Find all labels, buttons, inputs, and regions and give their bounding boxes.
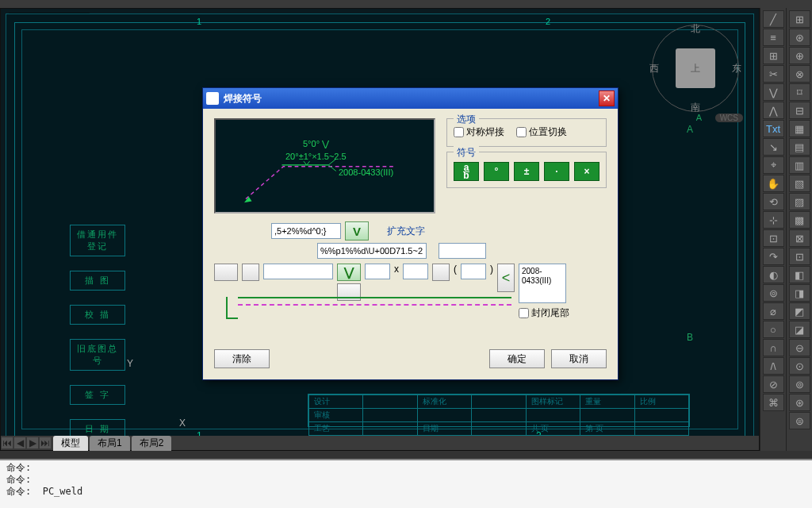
tool-icon[interactable]: ✋ bbox=[763, 175, 784, 192]
field-n2[interactable] bbox=[403, 264, 428, 279]
tool-icon[interactable]: ⌘ bbox=[763, 394, 784, 411]
tool-icon[interactable]: ⊗ bbox=[789, 65, 810, 83]
tool-icon[interactable]: ⌖ bbox=[763, 156, 784, 174]
dialog-icon bbox=[206, 92, 219, 105]
tool-icon[interactable]: ◨ bbox=[789, 284, 810, 302]
tool-icon[interactable]: Txt bbox=[763, 120, 784, 137]
tool-icon[interactable]: ↘ bbox=[763, 138, 784, 156]
tab-next-icon[interactable]: ▶ bbox=[27, 437, 38, 448]
tool-icon[interactable]: ≡ bbox=[763, 29, 784, 46]
dialog-titlebar[interactable]: 焊接符号 ✕ bbox=[203, 88, 618, 109]
tool-icon[interactable]: ⌑ bbox=[789, 83, 810, 101]
options-group: 选项 对称焊接 位置切换 bbox=[446, 118, 607, 147]
chk-symmetric[interactable]: 对称焊接 bbox=[454, 125, 504, 139]
command-line[interactable]: 命令: 命令: 命令: PC_weld bbox=[0, 459, 812, 508]
tool-icon[interactable]: ▨ bbox=[789, 193, 810, 210]
toolbar-col-2[interactable]: ⊞ ⊛ ⊕ ⊗ ⌑ ⊟ ▦ ▤ ▥ ▧ ▨ ▩ ⊠ ⊡ ◧ ◨ ◩ ◪ ⊖ ⊙ … bbox=[786, 8, 812, 451]
weld-shape-below[interactable] bbox=[337, 283, 361, 301]
tool-icon[interactable]: ⊡ bbox=[789, 248, 810, 265]
tool-icon[interactable]: ↷ bbox=[763, 248, 784, 265]
left-small-box[interactable] bbox=[242, 264, 259, 281]
tab-layout1[interactable]: 布局1 bbox=[90, 436, 130, 451]
tool-icon[interactable]: ⊛ bbox=[789, 29, 810, 46]
marker-y: Y bbox=[127, 358, 133, 369]
tool-icon[interactable]: ▧ bbox=[789, 175, 810, 192]
tool-icon[interactable]: ▤ bbox=[789, 138, 810, 156]
sym-fraction[interactable]: ab bbox=[454, 162, 479, 181]
tool-icon[interactable]: ⊞ bbox=[789, 10, 810, 28]
tool-icon[interactable]: ⟲ bbox=[763, 193, 784, 210]
tool-icon[interactable]: ⊖ bbox=[789, 339, 810, 356]
tool-icon[interactable]: ⊛ bbox=[789, 394, 810, 411]
cancel-button[interactable]: 取消 bbox=[551, 349, 607, 368]
chk-close-tail-input[interactable] bbox=[519, 308, 529, 318]
tab-prev-icon[interactable]: ◀ bbox=[14, 437, 25, 448]
tool-icon[interactable]: ▥ bbox=[789, 156, 810, 174]
chk-swap[interactable]: 位置切换 bbox=[516, 125, 567, 139]
tail-arrow-button[interactable]: < bbox=[497, 264, 515, 292]
tool-icon[interactable]: ∩ bbox=[763, 339, 784, 356]
sym-plusminus[interactable]: ± bbox=[514, 162, 539, 181]
chk-swap-input[interactable] bbox=[516, 127, 527, 137]
tool-icon[interactable]: ✂ bbox=[763, 65, 784, 83]
tool-icon[interactable]: ⊘ bbox=[763, 375, 784, 393]
viewcube-w[interactable]: 西 bbox=[649, 62, 659, 75]
menu-bar[interactable] bbox=[0, 0, 812, 8]
field-n3[interactable] bbox=[461, 264, 486, 279]
tab-last-icon[interactable]: ⏭ bbox=[40, 437, 51, 448]
field-n1[interactable] bbox=[365, 264, 390, 279]
ok-button[interactable]: 确定 bbox=[489, 349, 545, 368]
mid-box[interactable] bbox=[432, 264, 450, 281]
field-top1[interactable] bbox=[271, 223, 341, 239]
tool-icon[interactable]: ⊡ bbox=[763, 229, 784, 247]
sym-degree[interactable]: ° bbox=[484, 162, 509, 181]
chk-close-tail[interactable]: 封闭尾部 bbox=[519, 306, 569, 320]
tool-icon[interactable]: ◩ bbox=[789, 302, 810, 320]
field-top2[interactable] bbox=[317, 243, 427, 259]
tail-text[interactable]: 2008-0433(III) bbox=[519, 264, 566, 303]
layout-tabs[interactable]: ⏮ ◀ ▶ ⏭ 模型 布局1 布局2 bbox=[1, 436, 759, 450]
tool-icon[interactable]: ⋀ bbox=[763, 102, 784, 119]
tool-icon[interactable]: ◪ bbox=[789, 321, 810, 338]
viewcube-n[interactable]: 北 bbox=[648, 22, 743, 36]
toolbar-col-1[interactable]: ╱ ≡ ⊞ ✂ ⋁ ⋀ Txt ↘ ⌖ ✋ ⟲ ⊹ ⊡ ↷ ◐ ⊚ ⌀ ○ ∩ … bbox=[760, 8, 786, 451]
tool-icon[interactable]: ⊚ bbox=[789, 375, 810, 393]
title-block: 设计 标准化 图样标记 重量 比例 审核 工艺 日期 共 页 第 页 bbox=[308, 394, 690, 427]
left-box-top[interactable] bbox=[214, 264, 238, 281]
weld-shape-top-button[interactable]: V bbox=[345, 221, 369, 241]
viewcube-e[interactable]: 东 bbox=[732, 62, 741, 75]
tool-icon[interactable]: ⋁ bbox=[763, 83, 784, 101]
tool-icon[interactable]: ▦ bbox=[789, 120, 810, 137]
tool-icon[interactable]: ○ bbox=[763, 321, 784, 338]
viewcube-top[interactable]: 上 bbox=[676, 48, 715, 88]
tool-icon[interactable]: ◐ bbox=[763, 266, 784, 283]
tool-icon[interactable]: ⌀ bbox=[763, 302, 784, 320]
tab-model[interactable]: 模型 bbox=[53, 436, 88, 451]
field-mid1[interactable] bbox=[263, 264, 333, 279]
tool-icon[interactable]: ⊠ bbox=[789, 229, 810, 247]
viewcube[interactable]: 上 北 南 东 西 bbox=[648, 21, 743, 116]
tool-icon[interactable]: ⊞ bbox=[763, 47, 784, 64]
chk-symmetric-input[interactable] bbox=[454, 127, 464, 137]
tool-icon[interactable]: ⊹ bbox=[763, 211, 784, 229]
weld-shape-mid-button[interactable]: ⋁ bbox=[337, 264, 361, 281]
wcs-badge[interactable]: WCS bbox=[715, 114, 743, 122]
sym-dot[interactable]: · bbox=[544, 162, 569, 181]
cmd-input[interactable]: 命令: PC_weld bbox=[6, 486, 806, 498]
close-icon[interactable]: ✕ bbox=[599, 90, 615, 106]
tab-first-icon[interactable]: ⏮ bbox=[2, 437, 13, 448]
tool-icon[interactable]: ╱ bbox=[763, 10, 784, 28]
tool-icon[interactable]: ⊕ bbox=[789, 47, 810, 64]
tool-icon[interactable]: ⊜ bbox=[789, 412, 810, 429]
tool-icon[interactable]: ⊟ bbox=[789, 102, 810, 119]
tab-layout2[interactable]: 布局2 bbox=[132, 436, 172, 451]
tool-icon[interactable]: /\ bbox=[763, 357, 784, 375]
ext-text-input[interactable] bbox=[439, 243, 486, 259]
marker-a: A bbox=[687, 124, 693, 135]
sym-times[interactable]: × bbox=[574, 162, 599, 181]
tool-icon[interactable]: ◧ bbox=[789, 266, 810, 283]
tool-icon[interactable]: ⊙ bbox=[789, 357, 810, 375]
tool-icon[interactable]: ⊚ bbox=[763, 284, 784, 302]
clear-button[interactable]: 清除 bbox=[214, 349, 270, 368]
tool-icon[interactable]: ▩ bbox=[789, 211, 810, 229]
